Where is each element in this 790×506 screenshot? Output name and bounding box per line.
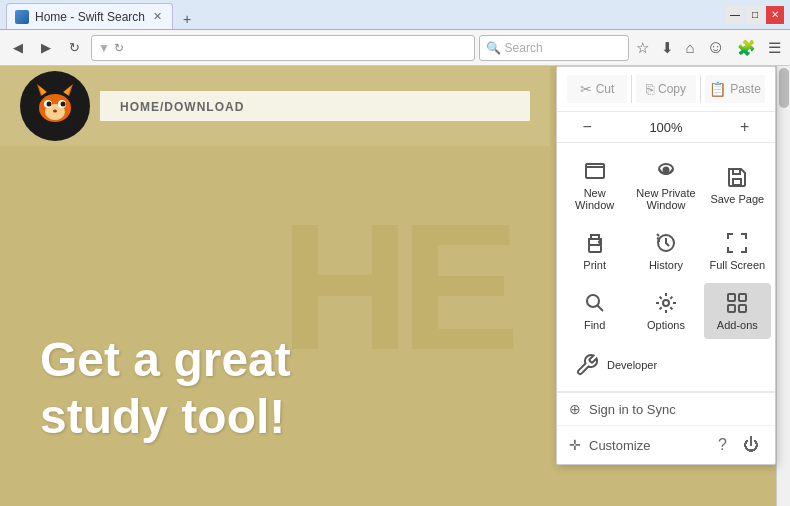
print-icon [583, 231, 607, 255]
search-placeholder: Search [505, 41, 543, 55]
history-menu-item[interactable]: History [632, 223, 699, 279]
svg-point-22 [587, 295, 599, 307]
full-screen-label: Full Screen [710, 259, 766, 271]
print-menu-item[interactable]: Print [561, 223, 628, 279]
developer-label: Developer [607, 359, 657, 371]
customize-right-buttons: ? ⏻ [714, 434, 763, 456]
site-nav-text: HOME/DOWNLOAD [120, 100, 244, 114]
window-controls: — □ ✕ [726, 6, 784, 24]
minimize-button[interactable]: — [726, 6, 744, 24]
svg-point-15 [663, 168, 668, 173]
new-tab-button[interactable]: + [177, 9, 197, 29]
fox-logo-svg [25, 76, 85, 136]
power-button[interactable]: ⏻ [739, 434, 763, 456]
nav-bar: ◀ ▶ ↻ ▼ ↻ 🔍 Search ☆ ⬇ ⌂ ☺ 🧩 ☰ [0, 30, 790, 66]
svg-line-23 [597, 306, 603, 312]
menu-icon[interactable]: ☰ [765, 37, 784, 59]
svg-rect-25 [728, 294, 735, 301]
back-button[interactable]: ◀ [6, 36, 30, 59]
new-window-label: New Window [565, 187, 624, 211]
customize-row: ✛ Customize ? ⏻ [557, 426, 775, 464]
tab-title: Home - Swift Search [35, 10, 145, 24]
logo-area: HOME/DOWNLOAD [0, 66, 550, 146]
menu-icon-grid: New Window New Private Window [557, 143, 775, 347]
find-label: Find [584, 319, 605, 331]
svg-point-10 [61, 102, 66, 107]
options-menu-item[interactable]: Options [632, 283, 699, 339]
print-label: Print [583, 259, 606, 271]
zoom-row: − 100% + [557, 112, 775, 143]
svg-rect-28 [739, 305, 746, 312]
scrollbar-thumb[interactable] [779, 68, 789, 108]
save-page-menu-item[interactable]: Save Page [704, 151, 771, 219]
zoom-out-button[interactable]: − [557, 112, 618, 142]
page-content: HE [0, 66, 790, 506]
tab-favicon [15, 10, 29, 24]
svg-point-20 [599, 241, 601, 243]
zoom-in-button[interactable]: + [715, 112, 776, 142]
svg-rect-17 [733, 169, 740, 174]
puzzle-icon[interactable]: 🧩 [734, 37, 759, 59]
tab-close-button[interactable]: ✕ [151, 10, 164, 23]
help-button[interactable]: ? [714, 434, 731, 456]
sign-in-row[interactable]: ⊕ Sign in to Sync [557, 393, 775, 426]
history-icon [654, 231, 678, 255]
bookmark-icon[interactable]: ☆ [633, 37, 652, 59]
tab-area: Home - Swift Search ✕ + [6, 0, 722, 29]
title-bar: Home - Swift Search ✕ + — □ ✕ [0, 0, 790, 30]
svg-point-24 [663, 300, 669, 306]
customize-button[interactable]: ✛ Customize [569, 437, 650, 453]
copy-icon: ⎘ [646, 81, 654, 97]
new-private-window-menu-item[interactable]: New Private Window [632, 151, 699, 219]
new-private-window-icon [654, 159, 678, 183]
edit-row: ✂ Cut ⎘ Copy 📋 Paste [567, 75, 765, 103]
save-page-label: Save Page [710, 193, 764, 205]
options-icon [654, 291, 678, 315]
cut-icon: ✂ [580, 81, 592, 97]
paste-button[interactable]: 📋 Paste [705, 75, 765, 103]
svg-rect-26 [739, 294, 746, 301]
close-button[interactable]: ✕ [766, 6, 784, 24]
forward-button[interactable]: ▶ [34, 36, 58, 59]
maximize-button[interactable]: □ [746, 6, 764, 24]
download-icon[interactable]: ⬇ [658, 37, 677, 59]
add-ons-label: Add-ons [717, 319, 758, 331]
find-menu-item[interactable]: Find [561, 283, 628, 339]
paste-label: Paste [730, 82, 761, 96]
bg-watermark: HE [280, 183, 510, 390]
add-ons-icon [725, 291, 749, 315]
customize-icon: ✛ [569, 437, 581, 453]
cut-button[interactable]: ✂ Cut [567, 75, 627, 103]
nav-icons: ☆ ⬇ ⌂ ☺ 🧩 ☰ [633, 35, 784, 60]
address-bar[interactable]: ▼ ↻ [91, 35, 475, 61]
copy-label: Copy [658, 82, 686, 96]
headline-line2: study tool! [40, 388, 291, 446]
full-screen-menu-item[interactable]: Full Screen [704, 223, 771, 279]
search-box[interactable]: 🔍 Search [479, 35, 629, 61]
site-banner: HOME/DOWNLOAD [100, 91, 530, 121]
add-ons-menu-item[interactable]: Add-ons [704, 283, 771, 339]
logo-circle [20, 71, 90, 141]
headline: Get a great study tool! [40, 331, 291, 446]
svg-rect-18 [589, 245, 601, 252]
new-window-icon [583, 159, 607, 183]
developer-icon [575, 353, 599, 377]
developer-menu-item[interactable]: Developer [567, 347, 765, 383]
copy-button[interactable]: ⎘ Copy [636, 75, 696, 103]
find-icon [583, 291, 607, 315]
zoom-percent: 100% [618, 114, 715, 141]
face-icon[interactable]: ☺ [704, 35, 728, 60]
svg-point-9 [47, 102, 52, 107]
site-name-area: HOME/DOWNLOAD [100, 91, 530, 121]
home-icon[interactable]: ⌂ [683, 37, 698, 58]
sync-icon: ⊕ [569, 401, 581, 417]
firefox-menu-panel: ✂ Cut ⎘ Copy 📋 Paste − 100% + [556, 66, 776, 465]
edit-section: ✂ Cut ⎘ Copy 📋 Paste [557, 67, 775, 112]
options-label: Options [647, 319, 685, 331]
reload-button[interactable]: ↻ [62, 36, 87, 59]
new-window-menu-item[interactable]: New Window [561, 151, 628, 219]
cut-label: Cut [596, 82, 615, 96]
active-tab[interactable]: Home - Swift Search ✕ [6, 3, 173, 29]
scrollbar[interactable] [776, 66, 790, 506]
full-screen-icon [725, 231, 749, 255]
